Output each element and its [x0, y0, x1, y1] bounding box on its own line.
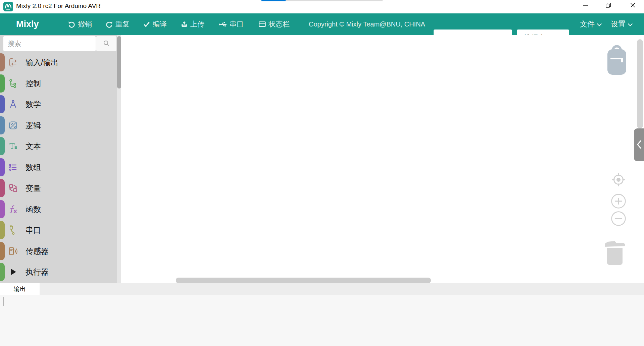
category-label: 执行器 — [26, 263, 49, 281]
sidebar-scrollbar-thumb[interactable] — [117, 36, 121, 89]
chevron-down-icon — [628, 20, 633, 28]
compile-button[interactable]: 编译 — [143, 13, 167, 35]
window-icon — [258, 20, 266, 28]
category-color-pill — [0, 242, 5, 260]
undo-button[interactable]: 撤销 — [68, 13, 92, 35]
category-label: 传感器 — [26, 242, 49, 261]
category-label: 数组 — [26, 158, 41, 177]
output-panel: 输出 — [0, 283, 644, 346]
settings-menu[interactable]: 设置 — [611, 13, 633, 35]
crosshair-icon — [610, 172, 627, 188]
category-color-pill — [0, 200, 5, 218]
block-category-sidebar: 输入/输出 控制 数学 逻辑 文本 数组 变量 函 — [0, 35, 121, 283]
category-color-pill — [0, 74, 5, 93]
control-icon — [8, 78, 18, 89]
logic-icon — [8, 120, 18, 130]
category-color-pill — [0, 263, 5, 281]
upload-button[interactable]: 上传 — [181, 13, 204, 35]
redo-label: 重复 — [115, 19, 130, 29]
category-label: 输入/输出 — [26, 53, 58, 72]
serial-cable-icon — [8, 225, 18, 235]
category-color-pill — [0, 137, 5, 155]
compile-label: 编译 — [153, 19, 167, 29]
upload-icon — [181, 20, 188, 28]
title-bar: Mixly 2.0 rc2 For Arduino AVR — [0, 0, 644, 13]
loading-progress-track — [286, 0, 383, 1]
backpack-icon[interactable] — [607, 45, 627, 76]
chevron-down-icon — [597, 20, 602, 28]
category-label: 函数 — [26, 200, 41, 219]
text-cursor — [3, 297, 4, 306]
close-icon — [630, 3, 635, 9]
settings-menu-label: 设置 — [611, 19, 626, 29]
text-icon — [8, 141, 18, 151]
category-item[interactable]: 文本 — [0, 137, 117, 156]
file-menu[interactable]: 文件 — [580, 13, 602, 35]
search-input[interactable] — [3, 36, 96, 51]
minimize-icon — [583, 3, 588, 9]
actuator-icon — [8, 267, 18, 277]
variable-icon — [8, 183, 18, 193]
minus-icon — [611, 211, 626, 226]
category-item[interactable]: 传感器 — [0, 242, 117, 261]
category-item[interactable]: 控制 — [0, 74, 117, 93]
minimize-button[interactable] — [578, 0, 593, 11]
loading-progress-bar — [261, 0, 286, 1]
category-color-pill — [0, 116, 5, 134]
category-label: 控制 — [26, 74, 41, 93]
category-color-pill — [0, 158, 5, 176]
window-title: Mixly 2.0 rc2 For Arduino AVR — [16, 0, 101, 12]
category-color-pill — [0, 53, 5, 71]
zoom-out-button[interactable] — [611, 211, 626, 228]
category-label: 逻辑 — [26, 116, 41, 135]
category-item[interactable]: 串口 — [0, 221, 117, 239]
category-color-pill — [0, 179, 5, 197]
serial-monitor-button[interactable]: 串口 — [218, 13, 244, 35]
mixly-brand: Mixly — [16, 13, 39, 35]
input-output-icon — [8, 57, 18, 67]
category-color-pill — [0, 221, 5, 239]
close-button[interactable] — [625, 0, 640, 11]
upload-label: 上传 — [190, 19, 204, 29]
sidebar-scrollbar — [117, 35, 121, 283]
category-item[interactable]: 数组 — [0, 158, 117, 177]
category-label: 串口 — [26, 221, 41, 239]
array-icon — [8, 162, 18, 172]
canvas-horizontal-scrollbar[interactable] — [176, 278, 431, 283]
category-item[interactable]: 变量 — [0, 179, 117, 197]
file-menu-label: 文件 — [580, 19, 595, 29]
category-item[interactable]: 数学 — [0, 95, 117, 114]
mixly-window: Mixly 2.0 rc2 For Arduino AVR Mixly 撤销 重… — [0, 0, 644, 346]
blockly-workspace[interactable] — [121, 35, 644, 283]
maximize-button[interactable] — [600, 0, 616, 11]
zoom-in-button[interactable] — [611, 193, 626, 210]
category-item[interactable]: 逻辑 — [0, 116, 117, 135]
usb-icon — [218, 20, 227, 28]
output-console[interactable] — [0, 295, 644, 346]
category-item[interactable]: 执行器 — [0, 263, 117, 281]
statusbar-button[interactable]: 状态栏 — [258, 13, 290, 35]
category-label: 文本 — [26, 137, 41, 156]
serial-label: 串口 — [230, 19, 244, 29]
code-panel-toggle[interactable] — [634, 128, 644, 161]
recenter-button[interactable] — [610, 172, 627, 189]
copyright-text: Copyright © Mixly Team@BNU, CHINA — [309, 13, 425, 35]
redo-button[interactable]: 重复 — [105, 13, 130, 35]
category-item[interactable]: 函数 — [0, 200, 117, 219]
main-toolbar: Mixly 撤销 重复 编译 上传 串口 状态栏 Copyright © Mix… — [0, 13, 644, 35]
trash-icon[interactable] — [603, 237, 626, 268]
restore-icon — [606, 3, 611, 9]
undo-icon — [68, 20, 76, 28]
check-icon — [143, 20, 150, 28]
search-button[interactable] — [96, 36, 116, 51]
tab-output[interactable]: 输出 — [0, 283, 40, 295]
canvas-vertical-scrollbar[interactable] — [637, 39, 643, 128]
undo-label: 撤销 — [78, 19, 92, 29]
statusbar-label: 状态栏 — [268, 19, 290, 29]
mixly-logo-icon — [3, 2, 13, 11]
category-color-pill — [0, 95, 5, 113]
category-item[interactable]: 输入/输出 — [0, 53, 117, 72]
redo-icon — [105, 20, 113, 28]
sensor-icon — [8, 246, 18, 256]
function-icon — [8, 204, 18, 214]
